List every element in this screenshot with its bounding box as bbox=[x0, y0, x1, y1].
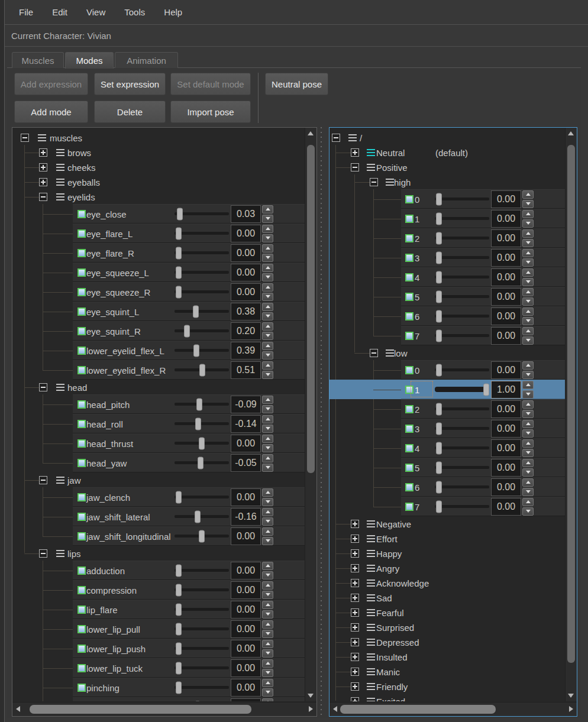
spin-down-button[interactable] bbox=[522, 239, 534, 247]
collapse-icon[interactable] bbox=[351, 163, 359, 171]
value-slider[interactable] bbox=[175, 658, 229, 678]
slider-handle[interactable] bbox=[436, 232, 442, 244]
value-spinbox[interactable]: 0.03 bbox=[231, 205, 261, 223]
spin-down-button[interactable] bbox=[522, 449, 534, 457]
slider-row-head-pitch[interactable]: head_pitch-0.09 bbox=[12, 394, 305, 414]
slider-handle[interactable] bbox=[184, 325, 190, 337]
spin-down-button[interactable] bbox=[262, 649, 273, 658]
value-spinbox[interactable]: 0.00 bbox=[231, 581, 261, 599]
value-slider[interactable] bbox=[435, 438, 489, 458]
tree-group-surprised[interactable]: Surprised bbox=[329, 620, 565, 634]
spin-down-button[interactable] bbox=[262, 425, 273, 433]
spin-down-button[interactable] bbox=[262, 273, 273, 281]
tree-group-acknowledge[interactable]: Acknowledge bbox=[329, 575, 565, 590]
spin-down-button[interactable] bbox=[262, 254, 273, 262]
spin-down-button[interactable] bbox=[262, 517, 273, 526]
vertical-scroll-thumb[interactable] bbox=[307, 145, 315, 473]
slider-row-3[interactable]: 30.00 bbox=[329, 419, 565, 438]
slider-row-lower-eyelid-flex-r[interactable]: lower_eyelid_flex_R0.51 bbox=[12, 360, 305, 380]
expand-icon[interactable] bbox=[351, 549, 359, 558]
expand-icon[interactable] bbox=[351, 594, 359, 602]
menu-edit[interactable]: Edit bbox=[43, 7, 77, 17]
slider-handle[interactable] bbox=[176, 286, 182, 298]
muscle-checkbox[interactable] bbox=[77, 307, 86, 316]
slider-handle[interactable] bbox=[436, 461, 442, 474]
tree-group-friendly[interactable]: Friendly bbox=[329, 679, 565, 694]
value-spinbox[interactable]: 0.00 bbox=[231, 283, 261, 301]
add-expression-button[interactable]: Add expression bbox=[14, 73, 88, 95]
collapse-icon[interactable] bbox=[39, 383, 47, 391]
horizontal-scroll-thumb[interactable] bbox=[30, 705, 251, 714]
spin-up-button[interactable] bbox=[522, 288, 534, 296]
spin-down-button[interactable] bbox=[262, 351, 273, 360]
value-spinbox[interactable]: 0.00 bbox=[491, 459, 521, 477]
value-slider[interactable] bbox=[175, 263, 229, 282]
menu-view[interactable]: View bbox=[77, 7, 115, 17]
slider-row-head-roll[interactable]: head_roll-0.14 bbox=[12, 414, 305, 433]
slider-handle[interactable] bbox=[436, 481, 442, 493]
value-slider[interactable] bbox=[435, 399, 489, 419]
spin-up-button[interactable] bbox=[522, 327, 534, 335]
expand-icon[interactable] bbox=[351, 623, 359, 632]
value-slider[interactable] bbox=[175, 561, 229, 580]
muscle-checkbox[interactable] bbox=[405, 464, 413, 472]
expand-icon[interactable] bbox=[39, 148, 47, 157]
value-slider[interactable] bbox=[435, 248, 489, 267]
value-spinbox[interactable] bbox=[231, 698, 261, 702]
expand-icon[interactable] bbox=[351, 148, 359, 157]
slider-row-eye-close[interactable]: eye_close0.03 bbox=[12, 204, 305, 224]
spin-down-button[interactable] bbox=[522, 336, 534, 345]
spin-up-button[interactable] bbox=[262, 454, 273, 462]
muscle-checkbox[interactable] bbox=[405, 332, 413, 340]
muscle-checkbox[interactable] bbox=[405, 405, 413, 413]
scroll-up-icon[interactable] bbox=[308, 131, 314, 135]
tree-group-brows[interactable]: brows bbox=[12, 145, 305, 160]
spin-down-button[interactable] bbox=[522, 468, 534, 477]
value-spinbox[interactable]: 0.00 bbox=[231, 640, 261, 658]
tree-group-muscles[interactable]: muscles bbox=[12, 130, 305, 145]
tree-group-manic[interactable]: Manic bbox=[329, 664, 565, 679]
slider-row-1[interactable]: 10.00 bbox=[329, 209, 565, 228]
muscle-checkbox[interactable] bbox=[405, 312, 413, 320]
slider-handle[interactable] bbox=[176, 491, 182, 503]
spin-down-button[interactable] bbox=[262, 688, 273, 697]
spin-up-button[interactable] bbox=[262, 508, 273, 516]
spin-up-button[interactable] bbox=[262, 601, 273, 609]
spin-up-button[interactable] bbox=[262, 225, 273, 233]
value-slider[interactable] bbox=[435, 477, 489, 497]
value-spinbox[interactable]: 0.00 bbox=[491, 498, 521, 516]
spin-up-button[interactable] bbox=[522, 210, 534, 218]
spin-down-button[interactable] bbox=[262, 591, 273, 599]
spin-down-button[interactable] bbox=[262, 669, 273, 677]
muscle-checkbox[interactable] bbox=[77, 532, 86, 540]
slider-handle[interactable] bbox=[176, 623, 182, 635]
muscle-checkbox[interactable] bbox=[77, 439, 86, 448]
muscle-checkbox[interactable] bbox=[405, 444, 413, 452]
muscle-checkbox[interactable] bbox=[405, 215, 413, 223]
slider-row-eye-flare-l[interactable]: eye_flare_L0.00 bbox=[12, 224, 305, 243]
spin-down-button[interactable] bbox=[262, 293, 273, 301]
collapse-icon[interactable] bbox=[370, 349, 378, 357]
muscle-tree-horizontal-scrollbar[interactable] bbox=[12, 702, 316, 716]
value-slider[interactable] bbox=[175, 639, 229, 658]
value-slider[interactable] bbox=[175, 321, 229, 341]
panel-splitter-handle[interactable] bbox=[320, 127, 322, 717]
slider-row-5[interactable]: 50.00 bbox=[329, 287, 565, 306]
spin-up-button[interactable] bbox=[262, 435, 273, 443]
value-slider[interactable] bbox=[175, 453, 229, 472]
slider-handle[interactable] bbox=[193, 305, 199, 318]
collapse-icon[interactable] bbox=[332, 134, 340, 142]
tree-group-insulted[interactable]: Insulted bbox=[329, 649, 565, 664]
slider-handle[interactable] bbox=[436, 193, 442, 205]
scroll-down-icon[interactable] bbox=[308, 694, 314, 698]
mode-tree-horizontal-scrollbar[interactable] bbox=[329, 702, 577, 716]
spin-down-button[interactable] bbox=[262, 630, 273, 638]
value-spinbox[interactable]: 0.00 bbox=[231, 225, 261, 242]
slider-row-lower-eyelid-flex-l[interactable]: lower_eyelid_flex_L0.39 bbox=[12, 341, 305, 360]
value-spinbox[interactable]: -0.09 bbox=[231, 396, 261, 413]
expand-icon[interactable] bbox=[39, 178, 47, 186]
tree-group-angry[interactable]: Angry bbox=[329, 561, 565, 575]
muscle-checkbox[interactable] bbox=[77, 684, 86, 692]
muscle-checkbox[interactable] bbox=[405, 254, 413, 262]
spin-up-button[interactable] bbox=[262, 620, 273, 629]
